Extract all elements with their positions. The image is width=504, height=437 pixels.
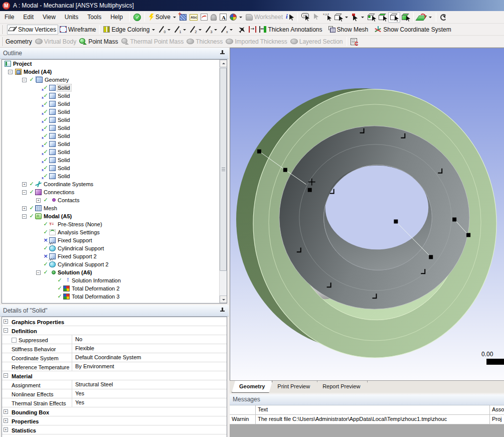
tree-item-solid[interactable]: ✓Solid [2, 172, 227, 180]
details-row-statistics[interactable]: +Statistics [2, 425, 227, 434]
show-mesh-button[interactable]: Show Mesh [327, 25, 370, 34]
details-row-properties[interactable]: +Properties [2, 416, 227, 425]
tree-item-project[interactable]: Project [2, 60, 227, 68]
select-vertex-button[interactable] [366, 13, 377, 22]
tree-item-connections[interactable]: −✓Connections [2, 188, 227, 196]
tree-item-solid[interactable]: ✓Solid [2, 148, 227, 156]
scroll-down-button[interactable] [220, 296, 227, 303]
tree-item-contacts[interactable]: +✓Contacts [2, 196, 227, 204]
chart-ball-button[interactable] [228, 13, 244, 22]
menu-edit[interactable]: Edit [19, 12, 38, 22]
solve-dropdown-arrow[interactable] [173, 17, 176, 20]
details-value[interactable]: No [72, 335, 227, 344]
details-value[interactable]: Default Coordinate System [72, 353, 227, 362]
details-expander[interactable]: + [4, 319, 8, 324]
viewport-3d[interactable]: 0.00 [230, 48, 504, 380]
menu-file[interactable]: File [0, 12, 19, 22]
fly-mode-button[interactable] [237, 25, 247, 34]
tree-item-total-deformation-2[interactable]: ✓Total Deformation 2 [2, 284, 227, 293]
select-body-button[interactable] [400, 13, 411, 22]
details-value[interactable]: Yes [72, 398, 227, 407]
tree-item-coordinate-systems[interactable]: +✓Coordinate Systems [2, 180, 227, 188]
details-expander[interactable]: + [4, 409, 8, 414]
tab-print-preview[interactable]: Print Preview [270, 381, 317, 393]
tree-expander[interactable]: − [22, 78, 27, 82]
edge-direction-3-button[interactable]: 3 [204, 25, 219, 34]
tree-item-solid[interactable]: ✓Solid [2, 132, 227, 140]
select-mode-button[interactable] [350, 13, 366, 22]
details-row-bounding-box[interactable]: +Bounding Box [2, 407, 227, 416]
tab-report-preview[interactable]: Report Preview [315, 381, 368, 393]
details-row-graphics-properties[interactable]: +Graphics Properties [2, 317, 227, 326]
details-row-reference-temperature[interactable]: Reference TemperatureBy Environment [2, 362, 227, 371]
menu-help[interactable]: Help [106, 12, 127, 22]
info-select-button[interactable] [284, 13, 295, 22]
annotation-text-button[interactable] [218, 13, 228, 22]
tree-expander[interactable]: − [36, 270, 41, 275]
ruled-surface-button[interactable] [247, 25, 258, 34]
tree-item-modal-a5-[interactable]: −✓Modal (A5) [2, 212, 227, 220]
show-vertices-button[interactable]: Show Vertices [7, 25, 58, 35]
solve-button[interactable]: Solve [147, 13, 178, 22]
tree-item-solid[interactable]: ✓Solid [2, 108, 227, 116]
details-value[interactable]: Yes [72, 389, 227, 398]
tree-item-solution-information[interactable]: ✓Solution Information [2, 276, 227, 284]
details-row-stiffness-behavior[interactable]: Stiffness BehaviorFlexible [2, 344, 227, 353]
tree-item-solid[interactable]: ✓Solid [2, 92, 227, 100]
label-select-button[interactable] [300, 13, 311, 22]
tree-item-cylindrical-support[interactable]: ✓Cylindrical Support [2, 244, 227, 252]
tree-item-analysis-settings[interactable]: ✓Analysis Settings [2, 228, 227, 236]
tree-expander[interactable]: + [36, 198, 41, 203]
tree-item-solid[interactable]: ✓Solid [2, 140, 227, 148]
details-row-thermal-strain-effects[interactable]: Thermal Strain EffectsYes [2, 398, 227, 407]
details-row-suppressed[interactable]: SuppressedNo [2, 335, 227, 344]
details-value[interactable]: Flexible [72, 344, 227, 353]
details-expander[interactable]: + [4, 427, 8, 432]
tree-item-fixed-support[interactable]: ×Fixed Support [2, 236, 227, 244]
edge-direction-1-button[interactable]: 1 [173, 25, 188, 34]
details-expander[interactable]: − [4, 328, 8, 333]
edge-direction-2-button[interactable]: 2 [188, 25, 204, 34]
tree-expander[interactable]: + [22, 206, 27, 211]
tree-item-solution-a6-[interactable]: −✓Solution (A6) [2, 268, 227, 276]
suppressed-checkbox[interactable] [12, 338, 17, 343]
coordinates-select-button[interactable] [322, 13, 333, 22]
tree-item-solid[interactable]: ✓Solid [2, 156, 227, 164]
new-section-plane-button[interactable] [178, 13, 188, 22]
geometry-button[interactable]: Geometry [4, 37, 34, 46]
tree-item-solid[interactable]: ✓Solid [2, 124, 227, 132]
details-row-coordinate-system[interactable]: Coordinate SystemDefault Coordinate Syst… [2, 353, 227, 362]
details-value[interactable]: Structural Steel [72, 380, 227, 389]
tree-item-pre-stress-none-[interactable]: ✓Pre-Stress (None) [2, 220, 227, 228]
edge-direction-x-button[interactable]: x [219, 25, 235, 34]
tree-item-total-deformation-3[interactable]: ✓Total Deformation 3 [2, 293, 227, 301]
status-ok-button[interactable] [132, 13, 142, 22]
tree-expander[interactable]: − [22, 190, 27, 195]
tree-item-cylindrical-support-2[interactable]: ✓Cylindrical Support 2 [2, 260, 227, 268]
details-expander[interactable]: + [4, 418, 8, 423]
details-row-definition[interactable]: −Definition [2, 326, 227, 335]
scroll-up-button[interactable] [220, 60, 227, 67]
select-face-button[interactable] [388, 12, 400, 23]
tree-item-solid[interactable]: ✓Solid [2, 100, 227, 108]
show-coordinate-systems-button[interactable]: Show Coordinate System [373, 25, 452, 34]
tab-geometry[interactable]: Geometry [232, 381, 272, 393]
outline-pin-icon[interactable] [220, 50, 225, 56]
outline-scrollbar[interactable] [219, 60, 227, 303]
menu-view[interactable]: View [38, 12, 60, 22]
details-row-assignment[interactable]: AssignmentStructural Steel [2, 380, 227, 389]
details-expander[interactable]: − [4, 373, 8, 378]
message-row[interactable]: WarninThe result file C:\Users\Administr… [230, 415, 504, 424]
thicken-annotations-button[interactable]: Thicken Annotations [258, 25, 323, 34]
point-mass-button[interactable]: Point Mass [78, 37, 119, 46]
tree-expander[interactable]: + [22, 182, 27, 187]
wireframe-button[interactable]: Wireframe [58, 25, 97, 34]
details-value[interactable]: By Environment [72, 362, 227, 371]
details-row-material[interactable]: −Material [2, 371, 227, 380]
tree-expander[interactable]: − [8, 70, 13, 74]
rotate-button[interactable] [438, 13, 449, 22]
select-edge-button[interactable] [377, 13, 388, 22]
tree-item-geometry[interactable]: −✓Geometry [2, 76, 227, 84]
details-pin-icon[interactable] [220, 308, 225, 314]
tree-item-solid[interactable]: ✓Solid [2, 84, 227, 92]
